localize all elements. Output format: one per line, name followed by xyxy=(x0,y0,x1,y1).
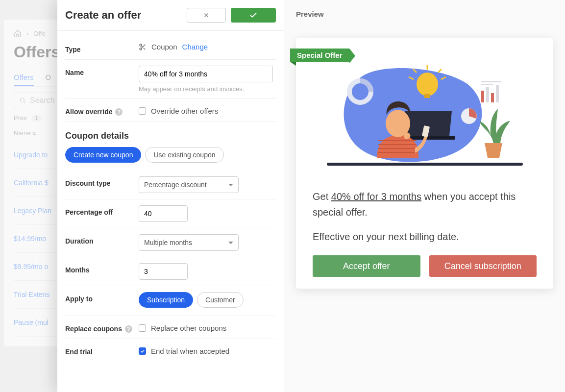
type-label: Type xyxy=(65,43,139,53)
change-type-link[interactable]: Change xyxy=(182,43,208,51)
name-hint: May appear on receipts and invoices. xyxy=(139,85,276,93)
preview-line-2: Effective on your next billing date. xyxy=(313,229,537,245)
svg-rect-11 xyxy=(496,85,499,102)
special-offer-ribbon: Special Offer xyxy=(290,49,349,62)
svg-rect-10 xyxy=(491,93,494,102)
tab-other[interactable]: O xyxy=(46,69,51,86)
replace-coupons-checkbox[interactable] xyxy=(139,324,146,332)
save-button[interactable] xyxy=(231,8,276,23)
preview-line-1: Get 40% off for 3 months when you accept… xyxy=(313,189,537,220)
coupon-details-heading: Coupon details xyxy=(65,122,276,147)
apply-to-label: Apply to xyxy=(65,292,139,303)
name-input[interactable] xyxy=(139,66,273,82)
svg-point-0 xyxy=(20,98,24,102)
check-icon xyxy=(140,349,145,354)
cancel-subscription-button[interactable]: Cancel subscription xyxy=(429,255,537,277)
pager-page: 1 xyxy=(32,115,42,122)
svg-rect-5 xyxy=(424,94,430,98)
tab-offers[interactable]: Offers xyxy=(14,69,34,86)
end-trial-text: End trial when accepted xyxy=(151,347,229,355)
pill-subscription[interactable]: Subscription xyxy=(139,292,193,308)
replace-coupons-label: Replace coupons ? xyxy=(65,322,139,333)
create-offer-drawer: Create an offer Type Coupon Change xyxy=(57,0,565,392)
svg-rect-8 xyxy=(481,91,484,102)
discount-type-select[interactable]: Percentage discount xyxy=(139,176,239,193)
months-label: Months xyxy=(65,263,139,274)
close-icon xyxy=(203,12,210,19)
preview-heading: Preview xyxy=(296,10,553,18)
svg-rect-9 xyxy=(486,87,489,102)
override-checkbox[interactable] xyxy=(139,107,146,115)
type-value: Coupon xyxy=(151,43,177,51)
home-icon xyxy=(14,29,22,37)
replace-coupons-text: Replace other coupons xyxy=(151,324,226,332)
scissors-icon xyxy=(139,43,147,51)
chevron-down-icon xyxy=(228,184,233,186)
end-trial-label: End trial xyxy=(65,345,139,356)
months-input[interactable] xyxy=(139,263,188,280)
preview-card: Special Offer xyxy=(296,38,553,289)
pill-create-coupon[interactable]: Create new coupon xyxy=(65,147,141,163)
duration-select[interactable]: Multiple months xyxy=(139,234,239,251)
chevron-down-icon xyxy=(228,242,233,244)
pager-prev[interactable]: Prev xyxy=(14,114,27,122)
svg-point-1 xyxy=(140,44,142,46)
drawer-form-panel: Create an offer Type Coupon Change xyxy=(57,0,284,392)
accept-offer-button[interactable]: Accept offer xyxy=(313,255,420,277)
pill-customer[interactable]: Customer xyxy=(197,292,244,308)
help-icon[interactable]: ? xyxy=(125,325,132,333)
percentage-label: Percentage off xyxy=(65,205,139,216)
check-icon xyxy=(249,11,258,20)
cancel-button[interactable] xyxy=(187,8,226,23)
svg-point-4 xyxy=(417,73,438,96)
search-placeholder: Search xyxy=(30,96,55,105)
duration-label: Duration xyxy=(65,234,139,245)
breadcrumb-sep: › xyxy=(26,30,28,37)
drawer-title: Create an offer xyxy=(65,9,141,22)
pill-existing-coupon[interactable]: Use existing coupon xyxy=(145,147,223,163)
preview-panel: Preview Special Offer xyxy=(284,0,565,392)
name-label: Name xyxy=(65,66,139,76)
percentage-input[interactable] xyxy=(139,205,188,222)
search-icon xyxy=(19,97,26,104)
svg-rect-16 xyxy=(327,163,523,166)
svg-rect-6 xyxy=(481,81,501,82)
help-icon[interactable]: ? xyxy=(115,108,123,116)
svg-point-2 xyxy=(140,48,142,50)
duration-value: Multiple months xyxy=(144,239,192,246)
discount-type-value: Percentage discount xyxy=(144,181,207,189)
svg-rect-7 xyxy=(481,84,493,85)
override-text: Override other offers xyxy=(151,107,218,115)
end-trial-checkbox[interactable] xyxy=(139,347,146,355)
override-label: Allow override ? xyxy=(65,105,139,116)
discount-type-label: Discount type xyxy=(65,176,139,187)
preview-illustration xyxy=(313,62,537,175)
breadcrumb-item: Offe xyxy=(33,30,45,37)
